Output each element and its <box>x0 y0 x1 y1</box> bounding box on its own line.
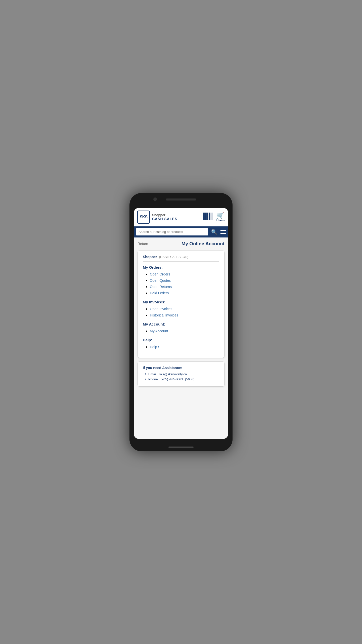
email-link[interactable]: sks@sksnovelty.ca <box>159 372 187 376</box>
screen: SKS Shopper CASH SALES <box>134 208 228 439</box>
help-list: Help ! <box>143 345 219 349</box>
svg-rect-1 <box>204 213 205 220</box>
svg-rect-6 <box>209 213 210 220</box>
help-heading: Help: <box>143 338 219 342</box>
phone-frame: SKS Shopper CASH SALES <box>129 193 233 451</box>
account-sub: (CASH SALES - #0) <box>159 255 188 259</box>
svg-rect-5 <box>208 213 208 220</box>
assistance-list: Email: sks@sksnovelty.ca Phone: (705) 44… <box>143 372 219 381</box>
assistance-card: If you need Assistance: Email: sks@sksno… <box>138 361 224 387</box>
help-link[interactable]: Help ! <box>150 345 159 349</box>
cart-count: 1 items <box>215 219 225 222</box>
open-quotes-link[interactable]: Open Quotes <box>150 278 171 283</box>
logo-icon: SKS <box>137 211 150 224</box>
email-label: Email: <box>148 372 157 376</box>
svg-rect-3 <box>206 213 207 220</box>
list-item: Open Returns <box>150 285 219 289</box>
search-bar: 🔍 <box>134 226 228 237</box>
invoices-list: Open Invoices Historical Invoices <box>143 307 219 317</box>
search-button[interactable]: 🔍 <box>210 228 219 236</box>
cart-area[interactable]: 🛒 1 items <box>215 212 225 222</box>
cash-sales-label: CASH SALES <box>152 217 177 221</box>
account-name: Shopper <box>143 255 157 259</box>
invoices-heading: My Invoices: <box>143 300 219 304</box>
header-icons: 🛒 1 items <box>203 212 225 222</box>
return-link[interactable]: Return <box>138 242 148 246</box>
search-input[interactable] <box>136 228 208 235</box>
assistance-heading: If you need Assistance: <box>143 366 219 370</box>
svg-rect-4 <box>207 213 208 220</box>
page-nav: Return My Online Account <box>138 240 224 248</box>
open-orders-link[interactable]: Open Orders <box>150 272 170 276</box>
phone-label: Phone: <box>148 377 159 381</box>
cart-icon: 🛒 <box>216 212 224 219</box>
list-item: Open Orders <box>150 272 219 276</box>
my-account-link[interactable]: My Account <box>150 329 168 333</box>
open-invoices-link[interactable]: Open Invoices <box>150 307 172 311</box>
myaccount-heading: My Account: <box>143 322 219 326</box>
card-header: Shopper (CASH SALES - #0) <box>143 255 219 262</box>
list-item: My Account <box>150 329 219 333</box>
svg-rect-8 <box>211 213 211 220</box>
phone-value: (705) 444-JOKE (5653) <box>160 377 194 381</box>
list-item: Phone: (705) 444-JOKE (5653) <box>148 377 219 381</box>
orders-list: Open Orders Open Quotes Open Returns Hel… <box>143 272 219 295</box>
account-card: Shopper (CASH SALES - #0) My Orders: Ope… <box>138 251 224 358</box>
logo-area: SKS Shopper CASH SALES <box>137 211 177 224</box>
page-title: My Online Account <box>182 241 224 247</box>
svg-rect-2 <box>205 213 206 220</box>
open-returns-link[interactable]: Open Returns <box>150 285 172 289</box>
svg-rect-0 <box>203 213 204 220</box>
logo-text: Shopper CASH SALES <box>152 213 177 221</box>
menu-button[interactable] <box>220 230 226 234</box>
shopper-label: Shopper <box>152 213 177 217</box>
myaccount-list: My Account <box>143 329 219 333</box>
list-item: Open Quotes <box>150 278 219 283</box>
orders-heading: My Orders: <box>143 265 219 269</box>
historical-invoices-link[interactable]: Historical Invoices <box>150 313 178 317</box>
held-orders-link[interactable]: Held Orders <box>150 291 169 295</box>
list-item: Email: sks@sksnovelty.ca <box>148 372 219 376</box>
barcode-icon[interactable] <box>203 213 212 221</box>
list-item: Open Invoices <box>150 307 219 311</box>
svg-rect-7 <box>210 213 210 220</box>
page-content: Return My Online Account Shopper (CASH S… <box>134 237 228 439</box>
list-item: Historical Invoices <box>150 313 219 317</box>
list-item: Help ! <box>150 345 219 349</box>
header: SKS Shopper CASH SALES <box>134 208 228 226</box>
svg-rect-9 <box>212 213 212 220</box>
phone-bottom-bar <box>168 447 194 448</box>
list-item: Held Orders <box>150 291 219 295</box>
